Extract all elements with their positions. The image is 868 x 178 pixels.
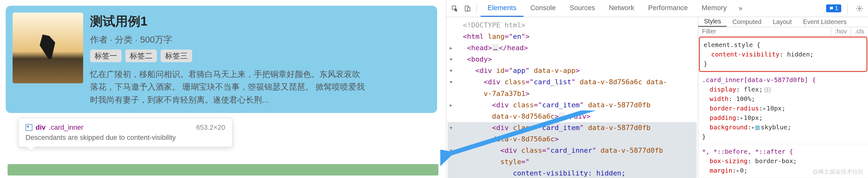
tabs-overflow[interactable]: » [734, 0, 747, 17]
tab-layout[interactable]: Layout [767, 17, 798, 27]
settings-gear-icon[interactable] [854, 3, 865, 14]
card-tag: 标签二 [125, 50, 157, 62]
style-rule-card-inner[interactable]: .card_inner[data-v-5877d0fb] { display: … [698, 73, 868, 144]
cls-toggle[interactable]: .cls [851, 27, 868, 36]
tab-event-listeners[interactable]: Event Listeners [798, 17, 852, 27]
tab-network[interactable]: Network [602, 0, 641, 17]
issues-badge[interactable]: 1 [826, 4, 841, 12]
card-body: 测试用例1 作者 · 分类 · 500万字 标签一 标签二 标签三 忆在广陵初，… [90, 12, 430, 106]
styles-filter-input[interactable] [698, 28, 831, 35]
device-toggle-button[interactable] [462, 3, 473, 14]
card-tags: 标签一 标签二 标签三 [90, 50, 430, 62]
element-hover-tooltip: div.card_inner 653.2×20 Descendants are … [18, 118, 232, 147]
svg-point-4 [859, 7, 861, 9]
styles-pane: Styles Computed Layout Event Listeners :… [698, 17, 868, 178]
svg-line-0 [446, 110, 680, 155]
color-swatch-icon[interactable] [755, 126, 760, 130]
tab-sources[interactable]: Sources [562, 0, 602, 17]
card-title: 测试用例1 [90, 12, 430, 30]
flex-grid-icon[interactable] [765, 88, 770, 92]
card-tag: 标签一 [90, 50, 122, 62]
tab-styles[interactable]: Styles [698, 17, 726, 27]
card-author-line: 作者 · 分类 · 500万字 [90, 34, 430, 46]
devtools-toolbar: Elements Console Sources Network Perform… [446, 0, 868, 17]
tab-console[interactable]: Console [523, 0, 563, 17]
annotation-arrow [440, 110, 683, 178]
inspect-element-button[interactable] [450, 3, 460, 14]
devtools-tabs: Elements Console Sources Network Perform… [480, 0, 748, 17]
layout-icon [26, 124, 32, 131]
card-tag: 标签三 [161, 50, 192, 62]
desc-line: 时我尚有妻子，到家不肯轻别离。遂使君心长荆... [90, 94, 430, 106]
tab-memory[interactable]: Memory [695, 0, 734, 17]
tab-computed[interactable]: Computed [726, 17, 767, 27]
tooltip-subtext: Descendants are skipped due to content-v… [26, 133, 225, 142]
tab-performance[interactable]: Performance [641, 0, 695, 17]
card-item: 测试用例1 作者 · 分类 · 500万字 标签一 标签二 标签三 忆在广陵初，… [6, 6, 437, 113]
tooltip-tag: div [36, 123, 46, 132]
tooltip-dimensions: 653.2×20 [196, 123, 225, 132]
tab-elements[interactable]: Elements [480, 0, 523, 17]
page-preview-pane: 测试用例1 作者 · 分类 · 500万字 标签一 标签二 标签三 忆在广陵初，… [0, 0, 446, 178]
hov-toggle[interactable]: :hov [831, 27, 851, 36]
svg-rect-3 [467, 7, 470, 11]
desc-line: 忆在广陵初，移船问相识。君骑白马天上来，手把铜章好颜色。东风衮衮吹 [90, 68, 430, 80]
collapsed-card-placeholder [7, 164, 438, 176]
desc-line: 落花，下马邀予入酒家。 珊瑚宝玦不当事，箜篌锦瑟又琵琶。 掀髯喷喷爱我 [90, 80, 430, 93]
card-description: 忆在广陵初，移船问相识。君骑白马天上来，手把铜章好颜色。东风衮衮吹 落花，下马邀… [90, 68, 430, 106]
style-rule-element[interactable]: element.style { content-visibility: hidd… [699, 36, 867, 72]
tooltip-class: .card_inner [49, 123, 84, 132]
styles-tabs: Styles Computed Layout Event Listeners [698, 17, 868, 27]
card-thumbnail [12, 12, 83, 83]
watermark: @稀土掘金技术社区 [812, 168, 864, 176]
